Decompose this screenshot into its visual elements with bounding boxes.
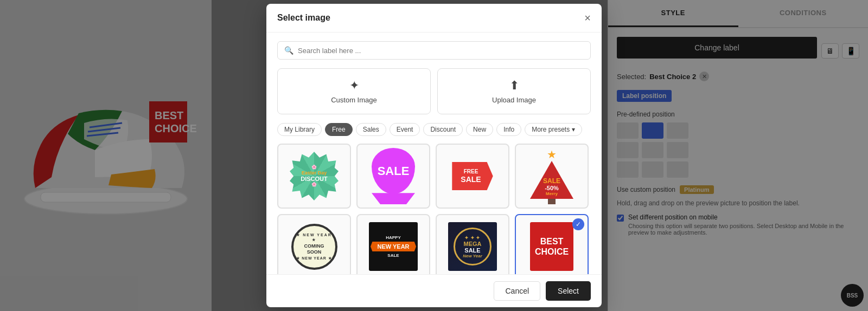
image-cell-xmas-sale[interactable]: ★ SALE -50% Merry (515, 144, 589, 209)
filter-tab-my-library[interactable]: My Library (277, 123, 322, 136)
modal-title: Select image (277, 13, 330, 23)
modal-footer: Cancel Select (266, 274, 602, 307)
filter-tab-info[interactable]: Info (496, 123, 521, 136)
filter-tab-free[interactable]: Free (325, 123, 353, 136)
image-cell-mega-sale[interactable]: ✦ ✦ ✦ MEGA SALE New Year (436, 214, 509, 274)
search-icon: 🔍 (284, 46, 293, 55)
modal: Select image × 🔍 ✦ Custom Image ⬆ Upload… (266, 4, 602, 307)
filter-tabs: My Library Free Sales Event Discount New… (277, 123, 591, 136)
custom-image-icon: ✦ (349, 79, 359, 93)
select-button[interactable]: Select (546, 281, 591, 301)
filter-tab-new[interactable]: New (466, 123, 493, 136)
filter-tab-discount[interactable]: Discount (423, 123, 463, 136)
filter-tab-event[interactable]: Event (390, 123, 420, 136)
selected-checkmark: ✓ (572, 218, 584, 230)
upload-image-button[interactable]: ⬆ Upload Image (437, 68, 591, 114)
image-cell-happy-new-year[interactable]: HAPPY NEW YEAR SALE (356, 214, 430, 274)
custom-image-label: Custom Image (331, 96, 377, 104)
image-cell-best-choice[interactable]: BEST CHOICE ✓ (515, 214, 589, 274)
upload-image-icon: ⬆ (509, 79, 519, 93)
cancel-button[interactable]: Cancel (494, 281, 540, 301)
search-bar: 🔍 (277, 41, 591, 60)
modal-close-button[interactable]: × (584, 12, 591, 23)
custom-image-button[interactable]: ✦ Custom Image (277, 68, 431, 114)
search-input[interactable] (298, 47, 584, 55)
image-cell-coming-soon[interactable]: ★ NEW YEAR ★ COMINGSOON ★ NEW YEAR ★ (277, 214, 351, 274)
modal-backdrop: Select image × 🔍 ✦ Custom Image ⬆ Upload… (0, 0, 868, 311)
filter-tab-more-presets[interactable]: More presets ▾ (525, 123, 582, 136)
filter-tab-sales[interactable]: Sales (356, 123, 386, 136)
image-cell-pink-sale[interactable]: SALE (356, 144, 430, 209)
modal-header: Select image × (266, 4, 602, 33)
upload-image-label: Upload Image (492, 96, 536, 104)
upload-row: ✦ Custom Image ⬆ Upload Image (277, 68, 591, 114)
modal-body: 🔍 ✦ Custom Image ⬆ Upload Image My Libra… (266, 33, 602, 274)
image-cell-easter-discount[interactable]: 🌸 Easter Day DISCOUT 🌸 (277, 144, 351, 209)
image-cell-free-sale[interactable]: FREE SALE (436, 144, 509, 209)
image-grid: 🌸 Easter Day DISCOUT 🌸 SALE (277, 144, 591, 274)
